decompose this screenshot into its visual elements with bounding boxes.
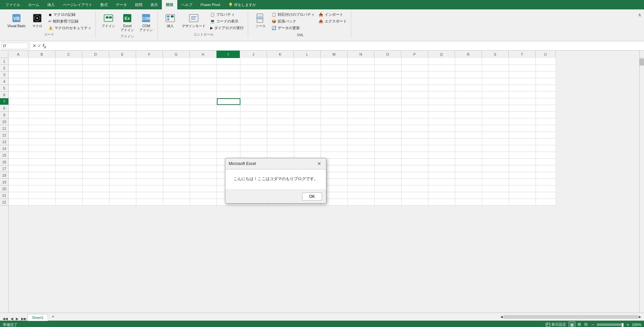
properties-label: プロパティ	[216, 12, 235, 17]
expand-label: 拡張パック	[278, 19, 296, 24]
ribbon-content: VB Visual Basic マクロ	[0, 9, 644, 41]
design-mode-icon	[188, 13, 199, 23]
record-icon: ⏺	[48, 13, 52, 17]
export-button[interactable]: 📤 エクスポート	[317, 18, 348, 24]
ribbon-group-xml: XML ソース 📋 対応付けのプロパティ 📦 拡張パック	[249, 11, 351, 38]
code-buttons: VB Visual Basic マクロ	[5, 11, 93, 32]
svg-text:VB: VB	[13, 16, 19, 21]
excel-addin-label: Excelアドイン	[121, 24, 134, 32]
tab-file[interactable]: ファイル	[1, 0, 24, 9]
macro-security-button[interactable]: ⚠️ マクロのセキュリティ	[47, 25, 93, 31]
add-in-icon	[103, 13, 114, 23]
prev-sheet-button[interactable]: ◀◀	[1, 317, 9, 321]
run-dialog-button[interactable]: ▶ ダイアログの実行	[209, 25, 245, 31]
mapping-icon: 📋	[272, 12, 276, 17]
dialog-ok-button[interactable]: OK	[302, 193, 322, 201]
tab-page-layout[interactable]: ページレイアウト	[59, 0, 96, 9]
data-refresh-button[interactable]: 🔄 データの更新	[270, 25, 316, 31]
macro-icon	[32, 13, 43, 23]
zoom-level: 100%	[632, 323, 641, 327]
tab-insert[interactable]: 挿入	[43, 0, 59, 9]
add-sheet-button[interactable]: ＋	[48, 312, 58, 321]
record-macro-button[interactable]: ⏺ マクロの記録	[47, 11, 93, 18]
ribbon: ファイル ホーム 挿入 ページレイアウト 数式 データ 校閲 表示 開発 ヘルプ…	[0, 0, 644, 41]
status-bar: 準備完了 表示設定 ▦ ⊞ ⊟ − + 100%	[0, 321, 644, 327]
visual-basic-button[interactable]: VB Visual Basic	[5, 11, 28, 30]
svg-text:Ex: Ex	[125, 16, 130, 21]
tab-data[interactable]: データ	[112, 0, 131, 9]
tab-help[interactable]: ヘルプ	[177, 0, 196, 9]
zoom-plus-button[interactable]: +	[627, 322, 629, 327]
control-group-label: コントロール	[193, 32, 214, 37]
add-in-button[interactable]: アドイン	[100, 11, 117, 30]
insert-function-icon[interactable]: fx	[43, 43, 46, 49]
tab-formulas[interactable]: 数式	[96, 0, 112, 9]
dialog-body: こんにちは！ここはコダマのもりブログです。	[225, 169, 326, 189]
normal-view-icon[interactable]: ▦	[569, 322, 575, 327]
scrollbar-h-right[interactable]: ▶	[639, 315, 641, 319]
run-dialog-label: ダイアログの実行	[214, 25, 244, 31]
refresh-icon: 🔄	[272, 26, 276, 30]
insert-ctrl-label: 挿入	[167, 24, 174, 28]
tab-power-pivot[interactable]: Power Pivot	[196, 0, 224, 9]
source-icon: XML	[255, 13, 266, 23]
dialog-message: こんにちは！ここはコダマのもりブログです。	[233, 176, 318, 181]
status-left: 準備完了	[3, 322, 17, 327]
formula-bar-divider	[30, 43, 30, 49]
xml-small-group-1: 📋 対応付けのプロパティ 📦 拡張パック 🔄 データの更新	[270, 11, 316, 31]
spreadsheet-area: ABCDEFGHIJKLMNOPQRSTU 123456789101112131…	[0, 51, 644, 313]
refresh-label: データの更新	[278, 25, 300, 31]
tab-developer[interactable]: 開発	[162, 0, 177, 9]
code-group-label: コード	[44, 32, 54, 37]
tab-search[interactable]: 💡 何をしますか	[224, 0, 260, 9]
tab-home[interactable]: ホーム	[24, 0, 43, 9]
com-addin-button[interactable]: COM COMアドイン	[137, 11, 155, 34]
import-button[interactable]: 📥 インポート	[317, 11, 348, 18]
sheet-tab-sheet1[interactable]: Sheet1	[28, 314, 48, 321]
formula-bar-icons: ✕ ✓ fx	[31, 43, 47, 49]
macro-button[interactable]: マクロ	[29, 11, 46, 30]
source-button[interactable]: XML ソース	[252, 11, 269, 30]
properties-icon: 📋	[210, 12, 215, 17]
excel-addin-button[interactable]: Ex Excelアドイン	[119, 11, 136, 34]
prev-sheet-btn[interactable]: ◀	[9, 317, 14, 321]
next-sheet-btn[interactable]: ▶	[15, 317, 19, 321]
svg-text:COM: COM	[142, 17, 150, 20]
last-sheet-btn[interactable]: ▶▶	[20, 317, 28, 321]
code-small-buttons: ⏺ マクロの記録 ↩ 相対参照で記録 ⚠️ マクロのセキュリティ	[47, 11, 93, 31]
visual-basic-icon: VB	[11, 13, 22, 23]
ribbon-group-code: VB Visual Basic マクロ	[3, 11, 96, 38]
formula-input[interactable]	[47, 43, 643, 49]
visual-basic-label: Visual Basic	[7, 24, 26, 28]
dialog-close-button[interactable]: ✕	[316, 160, 323, 167]
excel-dialog: Microsoft Excel ✕ こんにちは！ここはコダマのもりブログです。 …	[225, 158, 326, 204]
security-label: マクロのセキュリティ	[54, 25, 91, 31]
mapping-props-button[interactable]: 📋 対応付けのプロパティ	[270, 11, 316, 18]
tab-review[interactable]: 校閲	[131, 0, 146, 9]
view-code-button[interactable]: 💻 コードの表示	[209, 18, 245, 24]
import-icon: 📥	[319, 12, 323, 17]
zoom-minus-button[interactable]: −	[591, 322, 594, 327]
dialog-footer: OK	[225, 189, 326, 203]
scrollbar-h-left[interactable]: ◀	[500, 315, 503, 319]
expand-pack-button[interactable]: 📦 拡張パック	[270, 18, 316, 24]
svg-rect-14	[171, 15, 174, 17]
com-addin-icon: COM	[141, 13, 151, 23]
control-buttons: 挿入 デザインモード 📋	[162, 11, 245, 32]
confirm-formula-icon[interactable]: ✓	[38, 43, 41, 48]
cancel-formula-icon[interactable]: ✕	[33, 43, 36, 48]
page-layout-icon[interactable]: ⊞	[577, 322, 582, 327]
view-code-label: コードの表示	[216, 19, 238, 24]
xml-group-label: XML	[297, 33, 304, 37]
relative-ref-button[interactable]: ↩ 相対参照で記録	[47, 18, 93, 24]
name-box[interactable]	[1, 43, 28, 49]
insert-ctrl-button[interactable]: 挿入	[162, 11, 179, 30]
properties-button[interactable]: 📋 プロパティ	[209, 11, 245, 18]
tab-view[interactable]: 表示	[146, 0, 162, 9]
ribbon-collapse-button[interactable]: ∧	[638, 12, 641, 17]
design-mode-button[interactable]: デザインモード	[180, 11, 208, 30]
control-small-buttons: 📋 プロパティ 💻 コードの表示 ▶ ダイアログの実行	[209, 11, 245, 31]
view-setting-label[interactable]: 表示設定	[546, 322, 566, 327]
expand-icon: 📦	[272, 19, 276, 23]
page-break-icon[interactable]: ⊟	[583, 322, 589, 327]
